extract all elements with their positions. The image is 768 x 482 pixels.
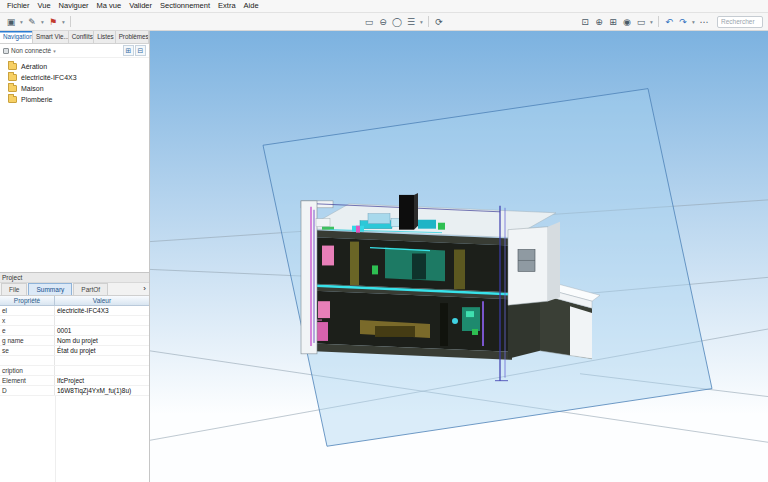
property-row[interactable]: g name Nom du projet: [0, 336, 149, 346]
folder-icon: [8, 63, 17, 70]
zoom-in-icon[interactable]: ⊕: [592, 14, 606, 30]
toolbar-separator: [658, 16, 659, 27]
property-row[interactable]: Element IfcProject: [0, 376, 149, 386]
viewport-canvas[interactable]: [150, 31, 768, 482]
tab-problemes[interactable]: Problèmes: [116, 31, 149, 43]
collapse-all-icon[interactable]: ⊟: [135, 45, 146, 56]
folder-icon: [8, 74, 17, 81]
property-name: el: [0, 306, 55, 315]
roof-green-cube: [438, 223, 445, 230]
redo-caret-icon[interactable]: ▾: [690, 14, 697, 30]
menu-naviguer[interactable]: Naviguer: [55, 0, 93, 12]
expand-all-icon[interactable]: ⊞: [123, 45, 134, 56]
properties-table-filler: [0, 396, 149, 482]
floor1-interior: [303, 290, 512, 352]
tree-item-label: Plomberie: [21, 96, 53, 103]
undo-icon[interactable]: ↶: [662, 14, 676, 30]
green-unit-1f: [472, 329, 478, 335]
property-row[interactable]: cription: [0, 366, 149, 376]
green-unit-2f: [372, 265, 378, 274]
property-value: État du projet: [55, 346, 149, 355]
menu-extra[interactable]: Extra: [214, 0, 240, 12]
roof-teal-unit: [418, 220, 436, 229]
left-panel: Navigation Smart Vie... Conflits Listes …: [0, 31, 150, 482]
property-row[interactable]: [0, 356, 149, 366]
olive-wall-b: [454, 250, 465, 290]
menu-vue[interactable]: Vue: [34, 0, 55, 12]
property-value: 16W8TiqZj4YxM_fu(1)8u): [55, 386, 149, 395]
folder-icon: [8, 96, 17, 103]
hide-icon[interactable]: ⊖: [376, 14, 390, 30]
main-toolbar: ▣ ▾ ✎ ▾ ⚑ ▾ ▭ ⊖ ◯ ☰ ▾ ⟳ ⊡ ⊕ ⊞ ◉ ▭ ▾ ↶ ↷: [0, 13, 768, 31]
properties-tabs: File Summary PartOf ›: [0, 283, 149, 296]
zoom-window-icon[interactable]: ⊞: [606, 14, 620, 30]
folder-icon: [8, 85, 17, 92]
tree-item-electricite[interactable]: électricité-IFC4X3: [0, 72, 149, 83]
copy-icon[interactable]: ▣: [4, 14, 18, 30]
menu-aide[interactable]: Aide: [240, 0, 263, 12]
pink-fixture-2: [316, 322, 328, 341]
property-value: [55, 316, 149, 325]
flag-caret-icon[interactable]: ▾: [60, 14, 67, 30]
list-icon[interactable]: ☰: [404, 14, 418, 30]
connection-icon: [3, 48, 9, 54]
orbit-icon[interactable]: ◉: [620, 14, 634, 30]
tab-summary[interactable]: Summary: [28, 283, 72, 295]
tab-conflits[interactable]: Conflits: [69, 31, 94, 43]
olive-wall-a: [350, 242, 359, 286]
property-row[interactable]: el électricité-IFC4X3: [0, 306, 149, 316]
menu-sectionnement[interactable]: Sectionnement: [156, 0, 214, 12]
screen-icon[interactable]: ▭: [362, 14, 376, 30]
property-name: x: [0, 316, 55, 325]
status-caret-icon[interactable]: ▾: [53, 48, 56, 54]
edit-caret-icon[interactable]: ▾: [39, 14, 46, 30]
refresh-icon[interactable]: ⟳: [432, 14, 446, 30]
viewport-3d[interactable]: [150, 31, 768, 482]
tree-item-aeration[interactable]: Aération: [0, 61, 149, 72]
property-value: [55, 366, 149, 375]
copy-caret-icon[interactable]: ▾: [18, 14, 25, 30]
menu-ma-vue[interactable]: Ma vue: [93, 0, 126, 12]
list-caret-icon[interactable]: ▾: [418, 14, 425, 30]
connection-status: Non connecté: [11, 47, 51, 54]
tree-item-label: Maison: [21, 85, 44, 92]
menubar: Fichier Vue Naviguer Ma vue Valider Sect…: [0, 0, 768, 13]
more-icon[interactable]: ⋯: [697, 14, 711, 30]
menu-fichier[interactable]: Fichier: [3, 0, 34, 12]
menu-valider[interactable]: Valider: [125, 0, 156, 12]
search-input[interactable]: [717, 16, 763, 28]
property-value: électricité-IFC4X3: [55, 306, 149, 315]
tab-file[interactable]: File: [1, 283, 27, 295]
model-tree: Aération électricité-IFC4X3 Maison Plomb…: [0, 58, 149, 108]
display-caret-icon[interactable]: ▾: [648, 14, 655, 30]
cyan-sphere: [452, 318, 458, 324]
display-icon[interactable]: ▭: [634, 14, 648, 30]
property-row[interactable]: se État du projet: [0, 346, 149, 356]
column-header-value[interactable]: Valeur: [55, 296, 149, 305]
tab-listes[interactable]: Listes: [94, 31, 115, 43]
pink-fixture-1: [318, 301, 330, 318]
property-row[interactable]: e 0001: [0, 326, 149, 336]
property-row[interactable]: D 16W8TiqZj4YxM_fu(1)8u): [0, 386, 149, 396]
tree-item-label: électricité-IFC4X3: [21, 74, 77, 81]
toolbar-right-group: ⊡ ⊕ ⊞ ◉ ▭ ▾ ↶ ↷ ▾ ⋯: [578, 14, 764, 30]
property-row[interactable]: x: [0, 316, 149, 326]
tree-item-label: Aération: [21, 63, 47, 70]
chimney-side: [414, 193, 418, 230]
roof-green-strip: [322, 227, 334, 230]
fit-view-icon[interactable]: ⊡: [578, 14, 592, 30]
tree-item-maison[interactable]: Maison: [0, 83, 149, 94]
column-header-property[interactable]: Propriété: [0, 296, 55, 305]
edit-icon[interactable]: ✎: [25, 14, 39, 30]
circle-icon[interactable]: ◯: [390, 14, 404, 30]
tab-partof[interactable]: PartOf: [73, 283, 108, 295]
tab-smart-view[interactable]: Smart Vie...: [33, 31, 69, 43]
tab-scroll-right-icon[interactable]: ›: [140, 283, 149, 295]
tree-item-plomberie[interactable]: Plomberie: [0, 94, 149, 105]
main-content: Navigation Smart Vie... Conflits Listes …: [0, 31, 768, 482]
property-name: Element: [0, 376, 55, 385]
flag-icon[interactable]: ⚑: [46, 14, 60, 30]
properties-panel: Project File Summary PartOf › Propriété …: [0, 272, 149, 482]
tab-navigation[interactable]: Navigation: [0, 31, 33, 43]
redo-icon[interactable]: ↷: [676, 14, 690, 30]
